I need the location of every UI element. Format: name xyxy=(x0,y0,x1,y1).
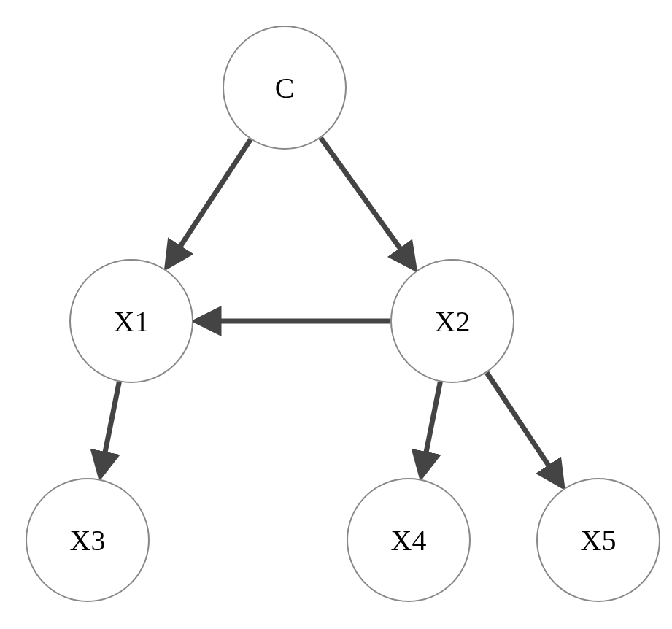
node-x3: X3 xyxy=(26,478,150,602)
node-label: X5 xyxy=(581,523,617,557)
node-label: X3 xyxy=(70,523,106,557)
node-label: X2 xyxy=(435,304,471,339)
edge-c-x1 xyxy=(167,139,251,267)
node-label: X4 xyxy=(391,523,427,557)
node-x1: X1 xyxy=(69,259,193,383)
edge-x2-x4 xyxy=(421,382,440,476)
node-label: X1 xyxy=(114,304,150,339)
node-c: C xyxy=(223,26,347,150)
node-x2: X2 xyxy=(390,259,514,383)
node-x4: X4 xyxy=(347,478,471,602)
node-x5: X5 xyxy=(536,478,660,602)
edge-x1-x3 xyxy=(100,382,119,476)
edge-x2-x5 xyxy=(487,373,563,487)
edge-c-x2 xyxy=(321,138,415,269)
node-label: C xyxy=(275,71,295,105)
